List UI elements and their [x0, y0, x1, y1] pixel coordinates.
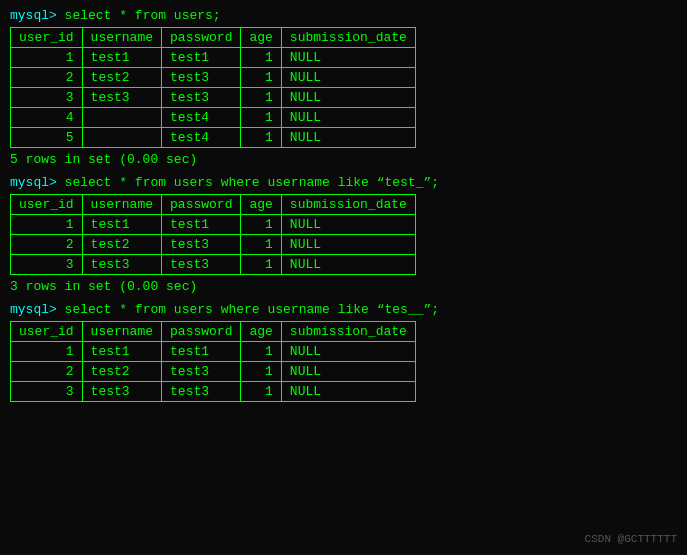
table-cell: test1	[82, 48, 161, 68]
table-cell: test3	[162, 235, 241, 255]
table-cell: test3	[162, 362, 241, 382]
table-cell: 1	[11, 215, 83, 235]
table-cell: 1	[241, 48, 281, 68]
table-row: 2test2test31NULL	[11, 235, 416, 255]
table-row: 5test41NULL	[11, 128, 416, 148]
section-1: mysql> select * from users; user_id user…	[10, 8, 677, 167]
table-header-row-1: user_id username password age submission…	[11, 28, 416, 48]
table-cell: test3	[162, 88, 241, 108]
table-cell: 1	[241, 342, 281, 362]
col-username-2: username	[82, 195, 161, 215]
table-cell: test2	[82, 235, 161, 255]
col-user-id-3: user_id	[11, 322, 83, 342]
table-cell	[82, 108, 161, 128]
col-age-1: age	[241, 28, 281, 48]
table-cell: 1	[241, 215, 281, 235]
table-cell: NULL	[281, 128, 415, 148]
table-cell: 3	[11, 88, 83, 108]
table-cell: test3	[82, 88, 161, 108]
table-cell: 5	[11, 128, 83, 148]
table-cell: 1	[241, 255, 281, 275]
table-cell	[82, 128, 161, 148]
table-row: 3test3test31NULL	[11, 88, 416, 108]
table-cell: test3	[82, 382, 161, 402]
col-user-id-1: user_id	[11, 28, 83, 48]
table-header-row-3: user_id username password age submission…	[11, 322, 416, 342]
table-cell: test4	[162, 108, 241, 128]
col-age-2: age	[241, 195, 281, 215]
table-cell: test2	[82, 68, 161, 88]
result-table-2: user_id username password age submission…	[10, 194, 416, 275]
table-row: 1test1test11NULL	[11, 342, 416, 362]
table-cell: 3	[11, 255, 83, 275]
table-wrapper-3: user_id username password age submission…	[10, 321, 677, 402]
table-cell: 1	[241, 68, 281, 88]
table-cell: test1	[162, 48, 241, 68]
table-row: 3test3test31NULL	[11, 382, 416, 402]
table-cell: test1	[82, 342, 161, 362]
table-cell: 2	[11, 362, 83, 382]
table-cell: 1	[241, 128, 281, 148]
section-3: mysql> select * from users where usernam…	[10, 302, 677, 402]
table-cell: NULL	[281, 108, 415, 128]
table-cell: NULL	[281, 255, 415, 275]
col-age-3: age	[241, 322, 281, 342]
table-wrapper-2: user_id username password age submission…	[10, 194, 677, 275]
col-password-1: password	[162, 28, 241, 48]
col-username-1: username	[82, 28, 161, 48]
table-cell: NULL	[281, 235, 415, 255]
table-cell: test1	[162, 215, 241, 235]
result-info-2: 3 rows in set (0.00 sec)	[10, 279, 677, 294]
col-password-3: password	[162, 322, 241, 342]
table-header-row-2: user_id username password age submission…	[11, 195, 416, 215]
table-cell: 2	[11, 68, 83, 88]
query-line-1: mysql> select * from users;	[10, 8, 677, 23]
table-cell: 1	[241, 108, 281, 128]
col-password-2: password	[162, 195, 241, 215]
table-cell: 4	[11, 108, 83, 128]
table-cell: NULL	[281, 215, 415, 235]
result-info-1: 5 rows in set (0.00 sec)	[10, 152, 677, 167]
table-cell: 1	[11, 48, 83, 68]
table-cell: 1	[241, 235, 281, 255]
table-row: 4test41NULL	[11, 108, 416, 128]
prompt-3: mysql>	[10, 302, 57, 317]
table-cell: 1	[241, 88, 281, 108]
result-table-3: user_id username password age submission…	[10, 321, 416, 402]
query-line-2: mysql> select * from users where usernam…	[10, 175, 677, 190]
col-submission-date-3: submission_date	[281, 322, 415, 342]
watermark: CSDN @GCTTTTTT	[585, 533, 677, 545]
table-cell: test1	[82, 215, 161, 235]
table-row: 2test2test31NULL	[11, 362, 416, 382]
col-username-3: username	[82, 322, 161, 342]
table-row: 3test3test31NULL	[11, 255, 416, 275]
col-submission-date-1: submission_date	[281, 28, 415, 48]
prompt-2: mysql>	[10, 175, 57, 190]
table-cell: test4	[162, 128, 241, 148]
table-row: 1test1test11NULL	[11, 48, 416, 68]
col-user-id-2: user_id	[11, 195, 83, 215]
table-cell: test2	[82, 362, 161, 382]
table-cell: NULL	[281, 88, 415, 108]
table-cell: test3	[82, 255, 161, 275]
result-table-1: user_id username password age submission…	[10, 27, 416, 148]
table-cell: test1	[162, 342, 241, 362]
query-line-3: mysql> select * from users where usernam…	[10, 302, 677, 317]
table-cell: test3	[162, 255, 241, 275]
table-cell: NULL	[281, 362, 415, 382]
table-cell: 1	[241, 362, 281, 382]
table-cell: NULL	[281, 68, 415, 88]
terminal-container: mysql> select * from users; user_id user…	[10, 8, 677, 402]
table-cell: test3	[162, 68, 241, 88]
table-cell: 2	[11, 235, 83, 255]
table-cell: 1	[241, 382, 281, 402]
prompt-1: mysql>	[10, 8, 57, 23]
section-2: mysql> select * from users where usernam…	[10, 175, 677, 294]
table-cell: NULL	[281, 382, 415, 402]
table-cell: NULL	[281, 48, 415, 68]
table-wrapper-1: user_id username password age submission…	[10, 27, 677, 148]
table-row: 1test1test11NULL	[11, 215, 416, 235]
table-cell: 1	[11, 342, 83, 362]
col-submission-date-2: submission_date	[281, 195, 415, 215]
table-row: 2test2test31NULL	[11, 68, 416, 88]
